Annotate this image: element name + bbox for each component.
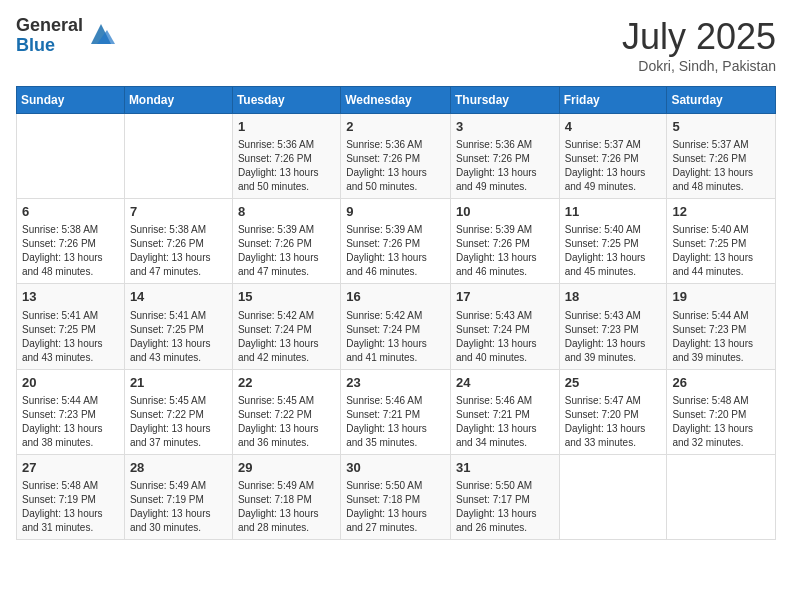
calendar-cell: 30Sunrise: 5:50 AMSunset: 7:18 PMDayligh… — [341, 454, 451, 539]
day-number: 28 — [130, 459, 227, 477]
calendar-cell: 24Sunrise: 5:46 AMSunset: 7:21 PMDayligh… — [450, 369, 559, 454]
calendar-cell — [17, 114, 125, 199]
weekday-header-friday: Friday — [559, 87, 667, 114]
day-number: 20 — [22, 374, 119, 392]
day-number: 29 — [238, 459, 335, 477]
day-number: 16 — [346, 288, 445, 306]
calendar-cell: 27Sunrise: 5:48 AMSunset: 7:19 PMDayligh… — [17, 454, 125, 539]
logo-icon — [87, 20, 115, 48]
day-number: 30 — [346, 459, 445, 477]
day-number: 8 — [238, 203, 335, 221]
weekday-header-thursday: Thursday — [450, 87, 559, 114]
calendar-cell: 20Sunrise: 5:44 AMSunset: 7:23 PMDayligh… — [17, 369, 125, 454]
day-number: 9 — [346, 203, 445, 221]
calendar-cell: 16Sunrise: 5:42 AMSunset: 7:24 PMDayligh… — [341, 284, 451, 369]
day-number: 6 — [22, 203, 119, 221]
day-number: 11 — [565, 203, 662, 221]
calendar-cell: 23Sunrise: 5:46 AMSunset: 7:21 PMDayligh… — [341, 369, 451, 454]
calendar-cell: 15Sunrise: 5:42 AMSunset: 7:24 PMDayligh… — [232, 284, 340, 369]
calendar-cell: 8Sunrise: 5:39 AMSunset: 7:26 PMDaylight… — [232, 199, 340, 284]
calendar-cell: 1Sunrise: 5:36 AMSunset: 7:26 PMDaylight… — [232, 114, 340, 199]
calendar-cell: 21Sunrise: 5:45 AMSunset: 7:22 PMDayligh… — [124, 369, 232, 454]
calendar-cell: 4Sunrise: 5:37 AMSunset: 7:26 PMDaylight… — [559, 114, 667, 199]
logo: General Blue — [16, 16, 115, 56]
calendar-cell: 2Sunrise: 5:36 AMSunset: 7:26 PMDaylight… — [341, 114, 451, 199]
calendar-cell: 6Sunrise: 5:38 AMSunset: 7:26 PMDaylight… — [17, 199, 125, 284]
calendar-week-2: 6Sunrise: 5:38 AMSunset: 7:26 PMDaylight… — [17, 199, 776, 284]
day-number: 19 — [672, 288, 770, 306]
calendar-cell: 11Sunrise: 5:40 AMSunset: 7:25 PMDayligh… — [559, 199, 667, 284]
day-number: 26 — [672, 374, 770, 392]
weekday-header-monday: Monday — [124, 87, 232, 114]
day-number: 22 — [238, 374, 335, 392]
calendar-week-3: 13Sunrise: 5:41 AMSunset: 7:25 PMDayligh… — [17, 284, 776, 369]
logo-general-text: General — [16, 16, 83, 36]
calendar-cell: 25Sunrise: 5:47 AMSunset: 7:20 PMDayligh… — [559, 369, 667, 454]
title-block: July 2025 Dokri, Sindh, Pakistan — [622, 16, 776, 74]
calendar-cell — [667, 454, 776, 539]
day-number: 24 — [456, 374, 554, 392]
page-header: General Blue July 2025 Dokri, Sindh, Pak… — [16, 16, 776, 74]
logo-blue-text: Blue — [16, 36, 83, 56]
calendar-cell: 9Sunrise: 5:39 AMSunset: 7:26 PMDaylight… — [341, 199, 451, 284]
day-number: 14 — [130, 288, 227, 306]
day-number: 21 — [130, 374, 227, 392]
day-number: 5 — [672, 118, 770, 136]
day-number: 25 — [565, 374, 662, 392]
calendar-cell — [559, 454, 667, 539]
calendar-week-1: 1Sunrise: 5:36 AMSunset: 7:26 PMDaylight… — [17, 114, 776, 199]
calendar-cell: 17Sunrise: 5:43 AMSunset: 7:24 PMDayligh… — [450, 284, 559, 369]
weekday-header-sunday: Sunday — [17, 87, 125, 114]
day-number: 18 — [565, 288, 662, 306]
calendar-week-5: 27Sunrise: 5:48 AMSunset: 7:19 PMDayligh… — [17, 454, 776, 539]
day-number: 15 — [238, 288, 335, 306]
day-number: 1 — [238, 118, 335, 136]
calendar-week-4: 20Sunrise: 5:44 AMSunset: 7:23 PMDayligh… — [17, 369, 776, 454]
calendar-cell: 10Sunrise: 5:39 AMSunset: 7:26 PMDayligh… — [450, 199, 559, 284]
day-number: 27 — [22, 459, 119, 477]
day-number: 3 — [456, 118, 554, 136]
calendar-table: SundayMondayTuesdayWednesdayThursdayFrid… — [16, 86, 776, 540]
day-number: 12 — [672, 203, 770, 221]
weekday-header-saturday: Saturday — [667, 87, 776, 114]
day-number: 31 — [456, 459, 554, 477]
day-number: 10 — [456, 203, 554, 221]
calendar-cell: 3Sunrise: 5:36 AMSunset: 7:26 PMDaylight… — [450, 114, 559, 199]
calendar-cell: 31Sunrise: 5:50 AMSunset: 7:17 PMDayligh… — [450, 454, 559, 539]
day-number: 7 — [130, 203, 227, 221]
calendar-cell: 5Sunrise: 5:37 AMSunset: 7:26 PMDaylight… — [667, 114, 776, 199]
calendar-cell: 14Sunrise: 5:41 AMSunset: 7:25 PMDayligh… — [124, 284, 232, 369]
day-number: 2 — [346, 118, 445, 136]
month-title: July 2025 — [622, 16, 776, 58]
calendar-cell: 13Sunrise: 5:41 AMSunset: 7:25 PMDayligh… — [17, 284, 125, 369]
location-text: Dokri, Sindh, Pakistan — [622, 58, 776, 74]
calendar-cell: 18Sunrise: 5:43 AMSunset: 7:23 PMDayligh… — [559, 284, 667, 369]
calendar-cell: 7Sunrise: 5:38 AMSunset: 7:26 PMDaylight… — [124, 199, 232, 284]
calendar-cell: 28Sunrise: 5:49 AMSunset: 7:19 PMDayligh… — [124, 454, 232, 539]
weekday-header-row: SundayMondayTuesdayWednesdayThursdayFrid… — [17, 87, 776, 114]
weekday-header-tuesday: Tuesday — [232, 87, 340, 114]
calendar-cell — [124, 114, 232, 199]
day-number: 13 — [22, 288, 119, 306]
day-number: 17 — [456, 288, 554, 306]
calendar-cell: 22Sunrise: 5:45 AMSunset: 7:22 PMDayligh… — [232, 369, 340, 454]
day-number: 4 — [565, 118, 662, 136]
calendar-cell: 26Sunrise: 5:48 AMSunset: 7:20 PMDayligh… — [667, 369, 776, 454]
calendar-cell: 19Sunrise: 5:44 AMSunset: 7:23 PMDayligh… — [667, 284, 776, 369]
calendar-cell: 12Sunrise: 5:40 AMSunset: 7:25 PMDayligh… — [667, 199, 776, 284]
weekday-header-wednesday: Wednesday — [341, 87, 451, 114]
day-number: 23 — [346, 374, 445, 392]
calendar-cell: 29Sunrise: 5:49 AMSunset: 7:18 PMDayligh… — [232, 454, 340, 539]
